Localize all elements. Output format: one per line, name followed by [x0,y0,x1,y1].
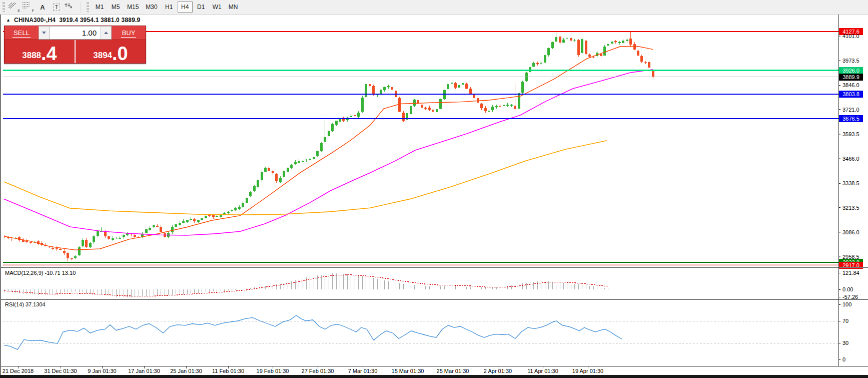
rsi-tick-label: 0 [842,356,845,362]
time-axis-label: 11 Apr 01:30 [527,368,558,374]
volume-input[interactable] [50,26,101,40]
timeframe-toolbar: M1M5M15M30H1H4D1W1MN [92,2,241,13]
buy-price-small: 3894 [93,51,112,60]
chart-title: ▲ CHINA300-,H4 3919.4 3954.1 3881.0 3889… [6,17,140,24]
toolbar-separator [81,2,81,13]
price-tick-label: 3213.5 [842,205,859,211]
macd-tick-label: 121.84 [842,270,859,276]
timeframe-button-d1[interactable]: D1 [194,2,209,13]
price-tick-label: 3466.0 [842,156,859,162]
timeframe-button-w1[interactable]: W1 [210,2,225,13]
text-label-icon[interactable]: T [50,1,64,13]
fibonacci-icon[interactable]: F [22,1,36,13]
price-tick-label: 4101.0 [842,33,859,39]
window-bottom-edge [0,375,868,378]
sell-price-big: .4 [41,46,57,62]
toolbar: EFAT▾ M1M5M15M30H1H4D1W1MN [0,0,868,15]
rsi-indicator-label: RSI(14) 37.1304 [5,301,46,307]
ohlc-values: 3919.4 3954.1 3881.0 3889.9 [59,17,140,24]
time-axis-label: 25 Jan 01:30 [170,368,202,374]
trading-terminal-window: { "toolbar": { "tools": [ {"id": "equidi… [0,0,868,378]
timeframe-button-m1[interactable]: M1 [92,2,107,13]
price-tick-label: 3846.0 [842,82,859,88]
price-badge-label: 3676.5 [842,116,859,122]
macd-tick-label: 0.00 [842,286,853,292]
sell-price-small: 3888 [22,51,41,60]
timeframe-button-h1[interactable]: H1 [162,2,177,13]
sell-price-display[interactable]: 3888.4 [5,40,75,63]
volume-increase-button[interactable] [101,26,112,40]
time-axis-label: 2 Apr 01:30 [484,368,512,374]
symbol-label: CHINA300-,H4 [14,17,56,24]
collapse-panel-icon[interactable]: ▲ [6,18,11,23]
price-tick-label: 3721.0 [842,107,859,113]
time-axis-label: 27 Feb 01:30 [302,368,334,374]
buy-button[interactable]: BUY [112,26,146,40]
buy-price-big: .0 [112,46,128,62]
time-axis-label: 19 Apr 01:30 [572,368,603,374]
timeframe-toolbar-drag-handle[interactable] [87,2,89,12]
time-axis-label: 31 Dec 01:30 [44,368,77,374]
timeframe-button-mn[interactable]: MN [226,2,241,13]
time-axis-label: 9 Jan 01:30 [88,368,117,374]
rsi-tick-label: 100 [842,301,851,307]
time-axis-label: 19 Feb 01:30 [257,368,289,374]
time-axis-label: 7 Mar 01:30 [348,368,378,374]
timeframe-button-h4[interactable]: H4 [178,2,193,13]
price-tick-label: 3086.0 [842,229,859,235]
one-click-trading-panel: SELL BUY 3888.4 3894.0 [4,26,146,64]
timeframe-button-m15[interactable]: M15 [124,2,142,13]
timeframe-button-m5[interactable]: M5 [108,2,123,13]
time-axis-label: 25 Mar 01:30 [437,368,469,374]
price-tick-label: 2958.5 [842,254,859,260]
price-badge-label: 3803.8 [842,91,859,97]
price-tick-label: 3973.5 [842,58,859,64]
text-icon[interactable]: A [36,1,50,13]
arrows-icon[interactable]: ▾ [64,1,78,13]
sell-button[interactable]: SELL [5,26,39,40]
equidistant-channel-icon[interactable]: E [8,1,22,13]
chevron-up-icon [104,32,108,34]
buy-price-display[interactable]: 3894.0 [76,40,146,63]
rsi-tick-label: 30 [842,340,848,346]
macd-indicator-label: MACD(12,26,9) -10.71 13.10 [5,270,76,276]
chevron-down-icon [42,32,46,34]
volume-decrease-button[interactable] [39,26,50,40]
drawing-tools-toolbar: EFAT▾ [8,1,78,13]
time-axis-label: 17 Jan 01:30 [128,368,160,374]
price-tick-label: 3338.5 [842,180,859,186]
time-axis-label: 15 Mar 01:30 [392,368,424,374]
price-badge-label: 3889.9 [842,74,859,80]
toolbar-drag-handle[interactable] [3,2,5,12]
timeframe-button-m30[interactable]: M30 [143,2,160,13]
price-badge-label: 3926.0 [842,68,859,74]
time-axis-label: 11 Feb 01:30 [212,368,244,374]
time-axis-label: 21 Dec 2018 [3,368,34,374]
rsi-tick-label: 70 [842,318,848,324]
price-tick-label: 3593.5 [842,131,859,137]
